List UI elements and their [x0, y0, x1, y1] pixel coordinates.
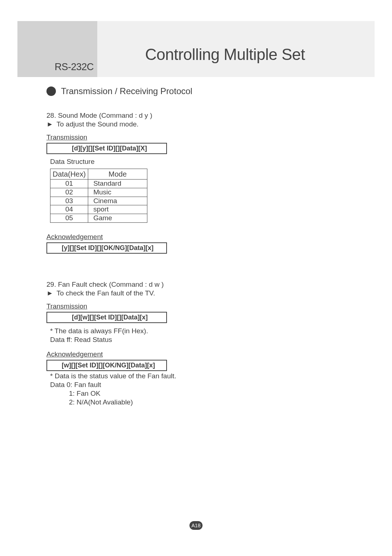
- cell-mode: Music: [88, 188, 147, 197]
- cmd29-tx-frame: [d][w][][Set ID][][Data][x]: [46, 312, 167, 323]
- section-heading: Transmission / Receiving Protocol: [46, 86, 356, 96]
- connector-label: RS-232C: [54, 61, 94, 73]
- cmd29-ack-note4: 2: N/A(Not Avaliable): [50, 398, 356, 407]
- cell-hex: 01: [50, 180, 88, 188]
- cmd29-tx-notes: * The data is always FF(in Hex). Data ff…: [46, 327, 356, 344]
- page-number-badge: A18: [189, 521, 203, 530]
- sound-mode-table: Data(Hex) Mode 01 Standard 02 Music 03 C…: [50, 169, 147, 223]
- table-row: 04 sport: [50, 205, 147, 214]
- cmd29-tx-note1: * The data is always FF(in Hex).: [50, 327, 356, 335]
- cell-mode: sport: [88, 205, 147, 214]
- cmd28-ack-label: Acknowledgement: [46, 233, 103, 241]
- cmd28-desc-text: To adjust the Sound mode.: [57, 120, 139, 128]
- cmd29-ack-frame: [w][][Set ID][][OK/NG][Data][x]: [46, 360, 167, 371]
- cmd28-desc: ► To adjust the Sound mode.: [46, 120, 356, 128]
- cmd29-desc-text: To check the Fan fault of the TV.: [57, 289, 155, 297]
- cmd29-ack-label: Acknowledgement: [46, 350, 103, 358]
- cell-hex: 05: [50, 214, 88, 223]
- table-row: 02 Music: [50, 188, 147, 197]
- cmd29-tx-label: Transmission: [46, 302, 87, 310]
- cell-mode: Standard: [88, 180, 147, 188]
- table-row: 05 Game: [50, 214, 147, 223]
- table-head-hex: Data(Hex): [50, 169, 88, 180]
- page-title: Controlling Multiple Set: [97, 35, 375, 64]
- bullet-icon: [46, 86, 56, 96]
- page-header: RS-232C Controlling Multiple Set: [17, 21, 375, 77]
- table-row: 03 Cinema: [50, 197, 147, 205]
- triangle-right-icon: ►: [46, 120, 53, 128]
- section-heading-text: Transmission / Receiving Protocol: [61, 86, 192, 96]
- table-header-row: Data(Hex) Mode: [50, 169, 147, 180]
- cmd28-title: 28. Sound Mode (Command : d y ): [46, 112, 356, 120]
- cmd29-ack-notes: * Data is the status value of the Fan fa…: [46, 372, 356, 406]
- cell-hex: 03: [50, 197, 88, 205]
- cmd29-tx-note2: Data ff: Read Status: [50, 335, 356, 344]
- content-area: Transmission / Receiving Protocol 28. So…: [46, 86, 356, 433]
- cmd29-ack-note2: Data 0: Fan fault: [50, 380, 356, 389]
- cell-hex: 04: [50, 205, 88, 214]
- cmd28-data-structure-label: Data Structure: [50, 158, 356, 166]
- table-head-mode: Mode: [88, 169, 147, 180]
- connector-block: RS-232C: [17, 21, 97, 77]
- cell-hex: 02: [50, 188, 88, 197]
- command-29-block: 29. Fan Fault check (Command : d w ) ► T…: [46, 281, 356, 407]
- cell-mode: Game: [88, 214, 147, 223]
- triangle-right-icon: ►: [46, 289, 53, 297]
- cmd29-title: 29. Fan Fault check (Command : d w ): [46, 281, 356, 289]
- command-28-block: 28. Sound Mode (Command : d y ) ► To adj…: [46, 112, 356, 254]
- cmd29-desc: ► To check the Fan fault of the TV.: [46, 289, 356, 297]
- table-row: 01 Standard: [50, 180, 147, 188]
- cmd28-tx-label: Transmission: [46, 133, 87, 141]
- cell-mode: Cinema: [88, 197, 147, 205]
- cmd29-ack-note1: * Data is the status value of the Fan fa…: [50, 372, 356, 380]
- cmd29-ack-note3: 1: Fan OK: [50, 389, 356, 398]
- cmd28-tx-frame: [d][y][][Set ID][][Data][X]: [46, 143, 167, 154]
- cmd28-ack-frame: [y][][Set ID][][OK/NG][Data][x]: [46, 242, 167, 254]
